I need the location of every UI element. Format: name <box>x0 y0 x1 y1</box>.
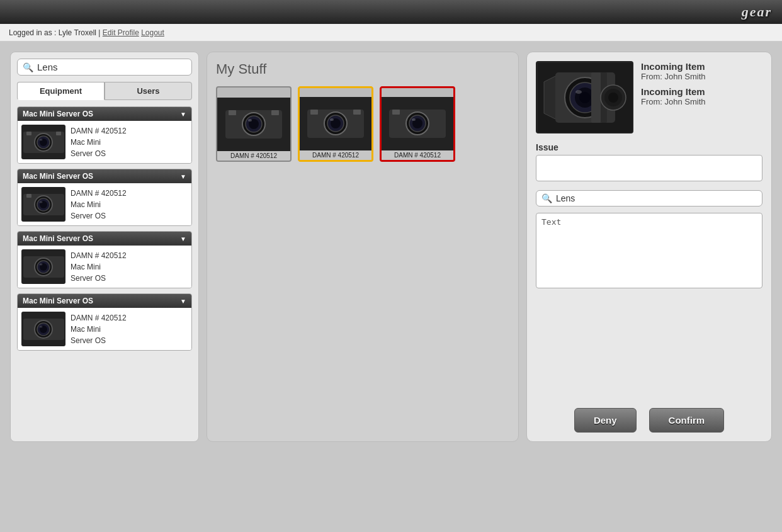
item-thumb-1 <box>21 125 65 159</box>
logo-area: gear <box>742 4 772 20</box>
right-panel: Incoming Item From: John Smith Incoming … <box>526 52 772 442</box>
svg-point-57 <box>608 93 618 103</box>
item-thumb-4 <box>21 312 65 346</box>
tab-equipment[interactable]: Equipment <box>17 82 105 100</box>
equipment-group-2: Mac Mini Server OS ▼ DAMN # 420512 <box>17 169 192 226</box>
text-area[interactable] <box>536 213 762 288</box>
group-header-4[interactable]: Mac Mini Server OS ▼ <box>18 294 191 308</box>
svg-point-44 <box>412 118 416 121</box>
equipment-group-3: Mac Mini Server OS ▼ DAMN # 420512 Mac M… <box>17 231 192 288</box>
topbar: gear <box>0 0 782 24</box>
svg-point-52 <box>575 90 582 94</box>
svg-rect-12 <box>26 194 31 198</box>
svg-rect-30 <box>271 110 279 115</box>
confirm-button[interactable]: Confirm <box>649 408 725 433</box>
group-header-2[interactable]: Mac Mini Server OS ▼ <box>18 169 191 183</box>
incoming-title-1: Incoming Item <box>641 61 706 72</box>
stuff-thumb-1 <box>217 98 290 151</box>
search-input-left[interactable] <box>37 62 186 72</box>
incoming-from-2: From: John Smith <box>641 97 706 106</box>
group-item-2[interactable]: DAMN # 420512 Mac Mini Server OS <box>18 183 191 225</box>
group-header-3[interactable]: Mac Mini Server OS ▼ <box>18 232 191 246</box>
main-layout: 🔍 Equipment Users Mac Mini Server OS ▼ <box>0 42 782 452</box>
item-thumb-3 <box>21 249 65 284</box>
svg-point-22 <box>39 325 42 327</box>
tab-bar: Equipment Users <box>17 82 192 100</box>
issue-label: Issue <box>536 142 762 152</box>
group-title-4: Mac Mini Server OS <box>23 297 93 305</box>
svg-point-17 <box>39 263 42 265</box>
group-arrow-4: ▼ <box>180 298 186 305</box>
item-info-4: DAMN # 420512 Mac Mini Server OS <box>71 312 127 346</box>
bottom-buttons: Deny Confirm <box>536 395 762 433</box>
stuff-thumb-2 <box>300 97 371 150</box>
incoming-texts: Incoming Item From: John Smith Incoming … <box>641 61 706 106</box>
logout-link[interactable]: Logout <box>141 28 164 37</box>
stuff-item-2[interactable]: DAMN # 420512 <box>298 86 373 162</box>
svg-rect-29 <box>229 110 236 115</box>
stuff-label-1: DAMN # 420512 <box>217 151 290 161</box>
group-header-1[interactable]: Mac Mini Server OS ▼ <box>18 107 191 121</box>
incoming-item-2: Incoming Item From: John Smith <box>641 86 706 106</box>
group-arrow-1: ▼ <box>180 111 186 118</box>
logged-in-text: Logged in as : Lyle Troxell <box>9 28 96 37</box>
issue-section: Issue <box>536 142 762 184</box>
stuff-thumb-3 <box>382 97 453 150</box>
group-item-4[interactable]: DAMN # 420512 Mac Mini Server OS <box>18 308 191 350</box>
group-title-3: Mac Mini Server OS <box>23 234 93 243</box>
equipment-group-4: Mac Mini Server OS ▼ DAMN # 420512 Mac M… <box>17 293 192 351</box>
logo-text: gear <box>742 4 772 20</box>
group-item-1[interactable]: DAMN # 420512 Mac Mini Server OS <box>18 121 191 163</box>
svg-point-28 <box>248 119 252 122</box>
svg-rect-38 <box>353 110 361 115</box>
incoming-item-1: Incoming Item From: John Smith <box>641 61 706 81</box>
center-title: My Stuff <box>216 61 509 77</box>
loginbar: Logged in as : Lyle Troxell | Edit Profi… <box>0 24 782 42</box>
svg-rect-5 <box>26 132 31 135</box>
text-area-wrapper <box>536 213 762 389</box>
incoming-section: Incoming Item From: John Smith Incoming … <box>536 61 762 133</box>
issue-input[interactable] <box>536 155 762 181</box>
group-item-3[interactable]: DAMN # 420512 Mac Mini Server OS <box>18 246 191 288</box>
left-panel: 🔍 Equipment Users Mac Mini Server OS ▼ <box>10 52 199 442</box>
svg-point-4 <box>39 139 42 140</box>
svg-rect-53 <box>591 72 601 123</box>
stuff-label-3: DAMN # 420512 <box>382 150 453 160</box>
item-info-2: DAMN # 420512 Mac Mini Server OS <box>71 188 127 222</box>
edit-profile-link[interactable]: Edit Profile <box>103 28 139 37</box>
stuff-label-2: DAMN # 420512 <box>300 150 371 160</box>
svg-rect-45 <box>392 110 400 115</box>
svg-rect-37 <box>310 110 318 115</box>
group-title-1: Mac Mini Server OS <box>23 110 93 118</box>
svg-point-11 <box>39 201 42 203</box>
svg-point-51 <box>579 92 591 103</box>
item-info-3: DAMN # 420512 Mac Mini Server OS <box>71 250 127 284</box>
stuff-item-3[interactable]: DAMN # 420512 <box>380 86 455 162</box>
item-thumb-2 <box>21 187 65 222</box>
incoming-from-1: From: John Smith <box>641 72 706 81</box>
incoming-title-2: Incoming Item <box>641 86 706 97</box>
stuff-item-1[interactable]: DAMN # 420512 <box>216 86 292 162</box>
right-search-bar: 🔍 <box>536 190 762 207</box>
search-bar-left: 🔍 <box>17 59 192 76</box>
group-title-2: Mac Mini Server OS <box>23 172 93 181</box>
svg-rect-6 <box>56 132 61 135</box>
stuff-grid: DAMN # 420512 DAMN # 42051 <box>216 86 509 162</box>
search-icon-left: 🔍 <box>23 62 33 72</box>
item-info-1: DAMN # 420512 Mac Mini Server OS <box>71 125 127 159</box>
group-arrow-3: ▼ <box>180 235 186 242</box>
incoming-image <box>536 61 633 133</box>
center-panel: My Stuff DAMN # 420512 <box>207 52 519 442</box>
svg-point-36 <box>330 118 334 121</box>
tab-users[interactable]: Users <box>105 82 192 100</box>
right-search-input[interactable] <box>556 193 757 203</box>
deny-button[interactable]: Deny <box>574 408 637 433</box>
right-search-icon: 🔍 <box>541 193 552 203</box>
group-arrow-2: ▼ <box>180 173 186 180</box>
equipment-group-1: Mac Mini Server OS ▼ DAMN # <box>17 106 192 164</box>
